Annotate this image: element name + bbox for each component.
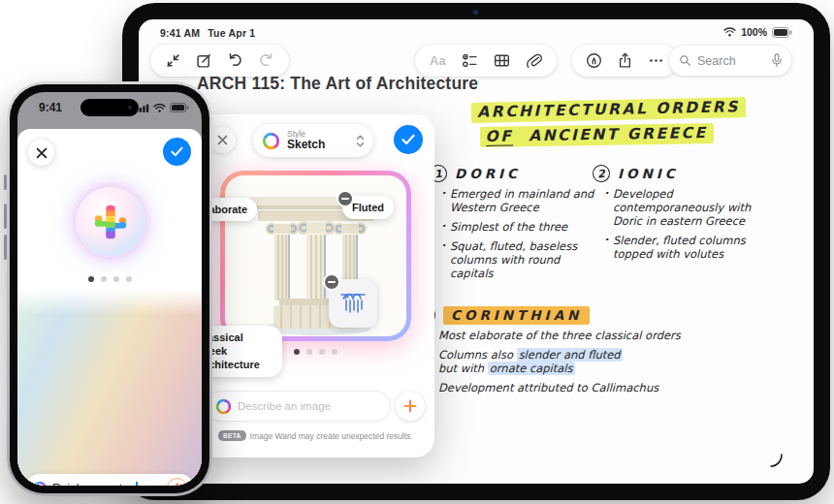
hw-bullet: Emerged in mainland and Western Greece [441, 187, 596, 214]
dynamic-island [80, 99, 139, 116]
style-picker[interactable]: Style Sketch [253, 124, 373, 157]
confirm-button[interactable] [394, 125, 423, 154]
iphone-screen: 9:41 [17, 92, 202, 486]
volume-up-button [4, 204, 7, 229]
playground-gradient-area: Rainbow cactus “cactus” cactuses [17, 290, 202, 486]
generated-cactus-image[interactable] [76, 187, 145, 257]
ipad-status-bar: 9:41 AM Tue Apr 1 [160, 27, 255, 39]
close-button[interactable] [209, 127, 236, 153]
undo-icon[interactable] [227, 52, 243, 69]
beta-disclaimer: BETA Image Wand may create unexpected re… [197, 430, 434, 441]
front-camera [128, 106, 132, 110]
dictation-icon[interactable] [771, 53, 783, 68]
hw-bullet: Development attributed to Callimachus [430, 381, 682, 394]
image-wand-icon [215, 398, 232, 415]
search-input[interactable] [697, 54, 765, 68]
beta-badge: BETA [218, 430, 245, 441]
ipad-device: 9:41 AM Tue Apr 1 100% [122, 3, 830, 500]
hw-bullet: Squat, fluted, baseless columns with rou… [441, 239, 596, 280]
hw-section-corinthian: 3 CORINTHIAN Most elaborate of the three… [418, 306, 806, 400]
hw-bullet: Most elaborate of the three classical or… [430, 329, 701, 342]
close-button[interactable] [28, 140, 54, 166]
hw-heading-doric: DORIC [455, 166, 521, 181]
hw-section-ionic: 2 IONIC Developed contemporaneously with… [593, 165, 796, 267]
disclaimer-text: Image Wand may create unexpected results… [250, 431, 413, 441]
hw-bullet: Slender, fluted columns topped with volu… [604, 234, 750, 261]
hw-bullet: Simplest of the three [441, 220, 596, 234]
add-button[interactable] [396, 392, 425, 421]
volume-down-button [4, 235, 7, 260]
hw-section-doric: 1 DORIC Emerged in mainland and Western … [430, 165, 596, 286]
iphone-status-icons [136, 103, 189, 112]
text-format-button[interactable]: Aa [430, 53, 446, 68]
image-playground-icon [32, 481, 48, 487]
confirm-button[interactable] [163, 138, 191, 166]
image-page-dots[interactable] [17, 276, 202, 282]
ipad-toolbar-format: Aa [415, 45, 557, 77]
battery-icon [772, 27, 792, 38]
more-icon[interactable] [648, 52, 664, 69]
iphone-device: 9:41 [7, 81, 212, 496]
submit-prompt-button[interactable] [167, 478, 187, 486]
front-camera [473, 10, 478, 15]
compose-icon[interactable] [196, 52, 212, 69]
hw-number-circle: 2 [592, 164, 611, 183]
page-curl[interactable] [769, 453, 786, 470]
prompt-field[interactable]: Rainbow cactus [25, 474, 194, 486]
describe-image-placeholder: Describe an image [238, 400, 331, 412]
wifi-icon [723, 27, 736, 37]
status-time: 9:41 [39, 101, 62, 114]
prompt-text: Rainbow cactus [52, 482, 162, 487]
battery-icon [170, 103, 189, 112]
checklist-icon[interactable] [462, 52, 478, 69]
remove-sketch-button[interactable] [323, 273, 340, 291]
note-title: ARCH 115: The Art of Architecture [197, 74, 478, 94]
screenshot-stage: 9:41 AM Tue Apr 1 100% [0, 0, 834, 504]
text-caret [136, 482, 138, 487]
battery-percent: 100% [741, 26, 767, 38]
ipad-screen: 9:41 AM Tue Apr 1 100% [139, 19, 814, 484]
chevron-updown-icon [356, 135, 365, 147]
attachment-icon[interactable] [526, 52, 542, 69]
image-playground-icon [262, 132, 280, 150]
collapse-icon[interactable] [165, 52, 181, 69]
describe-image-field[interactable]: Describe an image [207, 392, 390, 421]
style-value: Sketch [287, 139, 349, 151]
status-date: Tue Apr 1 [208, 27, 255, 39]
search-field[interactable] [669, 46, 791, 76]
status-time: 9:41 AM [160, 27, 200, 39]
cellular-icon [136, 104, 149, 112]
hw-bullet: Columns also slender and flutedbut with … [430, 348, 750, 375]
image-playground-sheet: Rainbow cactus “cactus” cactuses [17, 129, 202, 486]
rainbow-cactus [95, 205, 126, 238]
search-icon [679, 54, 691, 67]
redo-icon[interactable] [258, 52, 274, 69]
action-button [4, 174, 7, 190]
markup-icon[interactable] [586, 52, 602, 69]
ipad-toolbar-tools [572, 45, 678, 77]
hw-bullet: Developed contemporaneously with Doric i… [604, 187, 759, 228]
hw-main-title-line1: ARCHITECTURAL ORDERS [441, 97, 776, 121]
remove-tag-fluted-button[interactable] [337, 190, 354, 207]
share-icon[interactable] [617, 52, 633, 69]
wifi-icon [153, 104, 166, 112]
ipad-status-right: 100% [723, 26, 792, 38]
table-icon[interactable] [494, 52, 510, 69]
hw-heading-ionic: IONIC [618, 166, 679, 181]
ipad-toolbar-left [150, 45, 289, 77]
image-wand-panel: Style Sketch [197, 114, 434, 457]
hw-heading-corinthian: CORINTHIAN [443, 306, 590, 325]
hw-main-title-line2: OF ANCIENT GREECE [441, 123, 752, 146]
